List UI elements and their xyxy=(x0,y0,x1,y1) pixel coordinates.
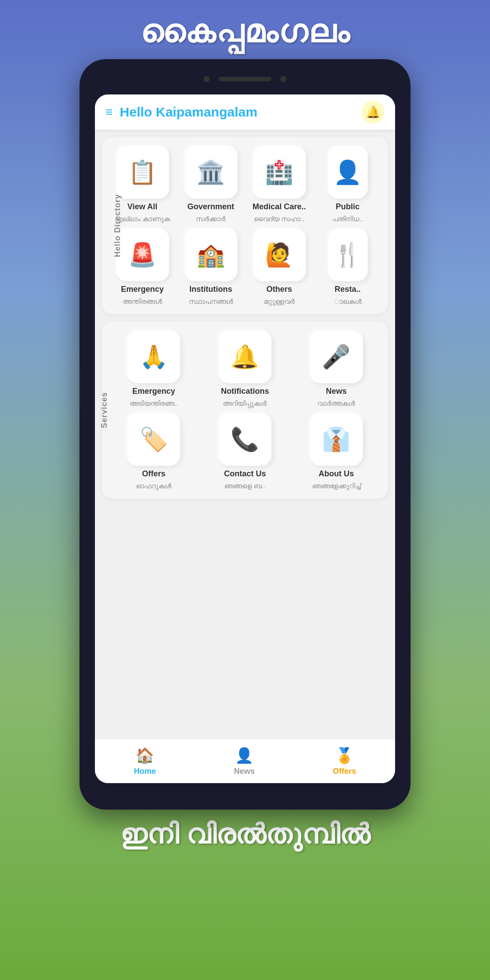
nav-item-news[interactable]: 👤 News xyxy=(234,746,255,776)
others-label-ml: മറ്റുള്ളവർ xyxy=(264,298,295,305)
emergency-dir-label-en: Emergency xyxy=(121,285,164,294)
news-label-ml: വാർത്തകൾ xyxy=(317,400,355,407)
offers-nav-label: Offers xyxy=(333,767,356,776)
app-title: Hello Kaipamangalam xyxy=(120,105,354,120)
medical-label-en: Medical Care.. xyxy=(253,202,306,211)
emergency-dir-icon-box: 🚨 xyxy=(116,228,169,281)
restaurants-label-ml: ാലകൾ xyxy=(334,298,362,305)
government-label-ml: സർക്കാർ xyxy=(196,215,226,223)
emergency-svc-label-en: Emergency xyxy=(132,387,175,396)
government-icon-box: 🏛️ xyxy=(185,146,237,199)
offers-icon-box: 🏷️ xyxy=(127,413,180,466)
home-nav-label: Home xyxy=(134,767,156,776)
phone-top-bar xyxy=(79,59,411,94)
bottom-malayalam-title: ഇനി വിരൽതുമ്പിൽ xyxy=(120,818,369,850)
public-icon-box: 👤 xyxy=(328,146,368,199)
institutions-icon-box: 🏫 xyxy=(185,228,237,281)
about-icon-box: 👔 xyxy=(310,413,363,466)
list-item[interactable]: 🏷️ Offers ഓഫറുകൾ xyxy=(111,413,197,490)
directory-section: Hello Directory 📋 View All എല്ലാം കാണുക … xyxy=(102,137,388,314)
emergency-svc-icon-box: 🙏 xyxy=(127,330,180,383)
list-item[interactable]: 🎤 News വാർത്തകൾ xyxy=(293,330,379,407)
notifications-label-en: Notifications xyxy=(221,387,269,396)
about-label-ml: ഞങ്ങളേക്കുറിച്ച് xyxy=(312,482,361,490)
speaker-bar xyxy=(219,77,271,81)
news-label-en: News xyxy=(326,387,347,396)
list-item[interactable]: 👔 About Us ഞങ്ങളേക്കുറിച്ച് xyxy=(293,413,379,490)
list-item[interactable]: 🏥 Medical Care.. വൈദ്യ സഹാ.. xyxy=(248,146,311,223)
phone-screen: ≡ Hello Kaipamangalam 🔔 Hello Directory … xyxy=(95,94,395,783)
list-item[interactable]: 👤 Public പതിനിധ.. xyxy=(316,146,379,223)
others-label-en: Others xyxy=(266,285,292,294)
others-icon-box: 🙋 xyxy=(253,228,306,281)
services-side-label: Services xyxy=(100,392,109,428)
bell-icon: 🔔 xyxy=(366,106,380,119)
phone-frame: ≡ Hello Kaipamangalam 🔔 Hello Directory … xyxy=(79,59,411,810)
directory-side-label: Hello Directory xyxy=(113,194,122,257)
list-item[interactable]: 🙏 Emergency അടിയന്തിരങ്ങ.. xyxy=(111,330,197,407)
view-all-icon-box: 📋 xyxy=(116,146,169,199)
camera-dot-right xyxy=(280,76,286,82)
about-label-en: About Us xyxy=(319,469,354,479)
news-icon-box: 🎤 xyxy=(310,330,363,383)
notifications-label-ml: അറിയിപ്പുകൾ xyxy=(223,400,267,407)
app-header: ≡ Hello Kaipamangalam 🔔 xyxy=(95,94,395,130)
notifications-icon-box: 🔔 xyxy=(219,330,271,383)
public-label-ml: പതിനിധ.. xyxy=(332,215,363,223)
services-section: Services 🙏 Emergency അടിയന്തിരങ്ങ.. 🔔 No… xyxy=(102,321,388,499)
medical-icon-box: 🏥 xyxy=(253,146,306,199)
public-label-en: Public xyxy=(335,202,359,211)
institutions-label-en: Institutions xyxy=(189,285,232,294)
home-icon: 🏠 xyxy=(136,746,154,764)
bottom-nav: 🏠 Home 👤 News 🏅 Offers xyxy=(95,739,395,783)
contact-label-ml: ഞങ്ങളെ ബ.. xyxy=(224,482,266,490)
list-item[interactable]: 🔔 Notifications അറിയിപ്പുകൾ xyxy=(202,330,288,407)
list-item[interactable]: 🏫 Institutions സ്ഥാപനങ്ങൾ xyxy=(179,228,242,305)
list-item[interactable]: 🙋 Others മറ്റുള്ളവർ xyxy=(248,228,311,305)
list-item[interactable]: 🏛️ Government സർക്കാർ xyxy=(179,146,242,223)
emergency-dir-label-ml: അന്തിരങ്ങൾ xyxy=(123,298,162,305)
services-grid: 🙏 Emergency അടിയന്തിരങ്ങ.. 🔔 Notificatio… xyxy=(111,330,379,490)
list-item[interactable]: 🍴 Resta.. ാലകൾ xyxy=(316,228,379,305)
medical-label-ml: വൈദ്യ സഹാ.. xyxy=(254,215,305,223)
contact-label-en: Contact Us xyxy=(224,469,266,479)
offers-label-ml: ഓഫറുകൾ xyxy=(136,482,171,490)
emergency-svc-label-ml: അടിയന്തിരങ്ങ.. xyxy=(130,400,178,407)
list-item[interactable]: 📞 Contact Us ഞങ്ങളെ ബ.. xyxy=(202,413,288,490)
screen-content: Hello Directory 📋 View All എല്ലാം കാണുക … xyxy=(95,130,395,739)
view-all-label-en: View All xyxy=(127,202,157,211)
offers-nav-icon: 🏅 xyxy=(335,746,354,764)
news-nav-label: News xyxy=(234,767,255,776)
directory-grid: 📋 View All എല്ലാം കാണുക 🏛️ Government സർ… xyxy=(111,146,379,305)
view-all-label-ml: എല്ലാം കാണുക xyxy=(115,215,170,223)
institutions-label-ml: സ്ഥാപനങ്ങൾ xyxy=(189,298,233,305)
top-malayalam-title: കൈപ്പമംഗലം xyxy=(140,13,350,50)
contact-icon-box: 📞 xyxy=(219,413,271,466)
hamburger-icon[interactable]: ≡ xyxy=(106,105,113,119)
bell-button[interactable]: 🔔 xyxy=(362,101,384,124)
news-nav-icon: 👤 xyxy=(235,746,253,764)
restaurants-icon-box: 🍴 xyxy=(328,228,368,281)
restaurants-label-en: Resta.. xyxy=(335,285,361,294)
government-label-en: Government xyxy=(187,202,234,211)
nav-item-offers[interactable]: 🏅 Offers xyxy=(333,746,356,776)
camera-dot-left xyxy=(204,76,210,82)
offers-label-en: Offers xyxy=(142,469,166,479)
nav-item-home[interactable]: 🏠 Home xyxy=(134,746,156,776)
